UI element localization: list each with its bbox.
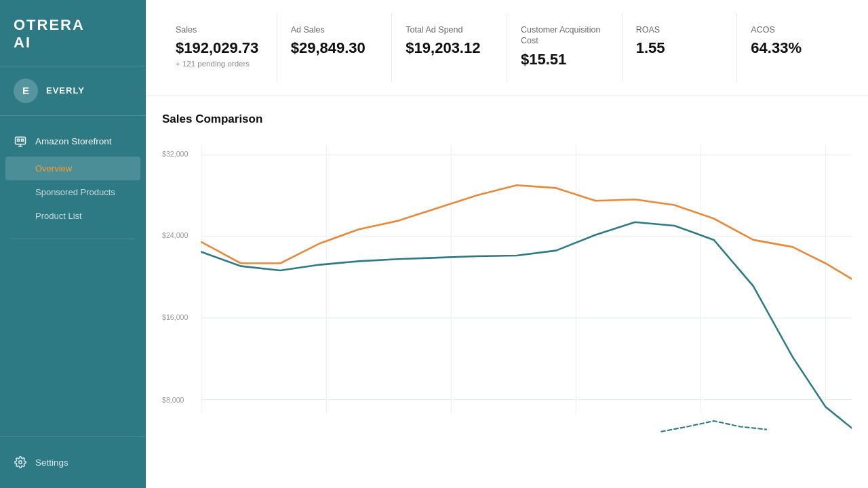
svg-text:$8,000: $8,000	[162, 395, 184, 403]
metric-card-5: ACOS 64.33%	[737, 14, 852, 82]
svg-text:$32,000: $32,000	[162, 149, 188, 157]
metric-card-1: Ad Sales $29,849.30	[277, 14, 393, 82]
chart-container: $32,000 $24,000 $16,000 $8,000	[162, 137, 852, 435]
metric-label-3: Customer Acquisition Cost	[521, 24, 608, 47]
metric-value-1: $29,849.30	[291, 39, 378, 57]
metric-sub-0: + 121 pending orders	[176, 60, 263, 68]
logo-area: OTRERA AI	[0, 0, 146, 66]
metric-value-4: 1.55	[636, 39, 724, 57]
user-name: EVERLY	[46, 85, 85, 96]
settings-nav: Settings	[0, 436, 146, 488]
metric-label-2: Total Ad Spend	[406, 24, 493, 35]
metric-label-5: ACOS	[751, 24, 838, 35]
subnav: Overview Sponsored Products Product List	[0, 157, 146, 233]
settings-icon	[14, 455, 27, 469]
metric-value-3: $15.51	[521, 51, 608, 68]
svg-text:$24,000: $24,000	[162, 230, 188, 239]
logo: OTRERA AI	[14, 16, 132, 52]
metric-label-0: Sales	[176, 24, 263, 35]
sidebar-item-product-list[interactable]: Product List	[0, 204, 146, 228]
sidebar-item-amazon-storefront-label: Amazon Storefront	[35, 136, 112, 146]
store-icon	[14, 135, 27, 148]
avatar: E	[14, 79, 38, 103]
metrics-row: Sales $192,029.73 + 121 pending orders A…	[146, 0, 868, 96]
sidebar: OTRERA AI E EVERLY Amazon Storefront Ove…	[0, 0, 146, 488]
svg-rect-1	[18, 139, 20, 141]
nav-section: Amazon Storefront Overview Sponsored Pro…	[0, 116, 146, 256]
metric-label-1: Ad Sales	[291, 24, 378, 35]
metric-value-5: 64.33%	[751, 39, 838, 57]
user-area: E EVERLY	[0, 66, 146, 116]
sidebar-item-overview[interactable]: Overview	[5, 157, 140, 180]
metric-value-0: $192,029.73	[176, 39, 263, 57]
metric-value-2: $19,203.12	[406, 39, 493, 57]
metric-label-4: ROAS	[636, 24, 724, 35]
metric-card-2: Total Ad Spend $19,203.12	[392, 14, 507, 82]
sidebar-item-sponsored-products[interactable]: Sponsored Products	[0, 180, 146, 204]
metric-card-4: ROAS 1.55	[623, 14, 738, 82]
chart-title: Sales Comparison	[162, 113, 852, 126]
nav-divider	[11, 239, 135, 239]
svg-text:$16,000: $16,000	[162, 312, 188, 321]
sidebar-item-settings-label: Settings	[35, 458, 68, 468]
metric-card-0: Sales $192,029.73 + 121 pending orders	[162, 14, 277, 82]
svg-rect-2	[22, 139, 24, 141]
sidebar-item-amazon-storefront[interactable]: Amazon Storefront	[0, 127, 146, 157]
main-content: Sales $192,029.73 + 121 pending orders A…	[146, 0, 868, 488]
chart-section: Sales Comparison $32,000 $24,000 $16,000…	[146, 96, 868, 435]
chart-svg: $32,000 $24,000 $16,000 $8,000	[162, 137, 852, 435]
sidebar-item-settings[interactable]: Settings	[0, 447, 146, 477]
metric-card-3: Customer Acquisition Cost $15.51	[507, 14, 623, 82]
svg-point-3	[19, 461, 22, 464]
